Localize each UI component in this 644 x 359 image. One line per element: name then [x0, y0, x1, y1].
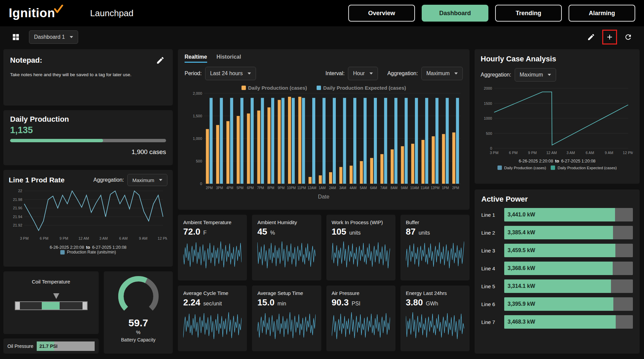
- pencil-icon: [156, 56, 165, 65]
- nav-dashboard-button[interactable]: Dashboard: [422, 5, 488, 22]
- sparkline-chart: [183, 308, 242, 342]
- refresh-button[interactable]: [621, 30, 635, 44]
- annotation-highlight-box: [602, 30, 617, 44]
- aggregation-select[interactable]: Maximum: [421, 67, 463, 80]
- hourly-aggregation-select[interactable]: Maximum: [515, 68, 556, 82]
- legend-item: Daily Production Expected (cases): [551, 166, 617, 170]
- notepad-edit-button[interactable]: [155, 55, 166, 66]
- nav-trending-button[interactable]: Trending: [495, 5, 562, 22]
- svg-text:6PM: 6PM: [247, 186, 254, 190]
- grid-icon: [12, 33, 20, 41]
- coil-cap-left: [15, 302, 20, 309]
- svg-text:21.96: 21.96: [13, 206, 22, 210]
- daily-production-progress-bar: [10, 139, 166, 142]
- line1-prod-rate-card: Line 1 Prod Rate Aggregation: Maximum 22…: [3, 170, 173, 267]
- battery-value: 59.7: [128, 317, 148, 329]
- svg-text:3 AM: 3 AM: [567, 151, 575, 155]
- legend-item: Daily Production Expected (cases): [317, 85, 406, 91]
- sparkline-chart: [406, 238, 464, 271]
- hourly-aggregation-label: Aggregation:: [481, 72, 511, 78]
- line1-aggregation-label: Aggregation:: [93, 177, 124, 183]
- tab-historical[interactable]: Historical: [217, 54, 241, 63]
- svg-text:0: 0: [490, 146, 492, 150]
- right-column: Hourly Case Analysis Aggregation: Maximu…: [475, 49, 640, 354]
- svg-text:4AM: 4AM: [350, 186, 357, 190]
- active-power-bar: 3,395.9 kW: [504, 297, 633, 311]
- active-power-row: Line 2 3,385.4 kW: [481, 226, 633, 239]
- dashboard-toolbar: Dashboard 1: [0, 26, 644, 48]
- dashboard-grid-icon[interactable]: [9, 30, 23, 44]
- svg-text:21.94: 21.94: [13, 215, 22, 219]
- svg-text:11AM: 11AM: [421, 186, 429, 190]
- svg-text:8PM: 8PM: [267, 186, 275, 190]
- kpi-unit: units: [419, 230, 430, 236]
- line1-prod-rate-chart: 2221.9821.9621.9421.923 PM6 PM9 PM12 AM3…: [9, 186, 167, 243]
- svg-text:1,000: 1,000: [193, 137, 202, 141]
- active-power-card: Active Power Line 1 3,441.0 kW Line 2 3,…: [475, 189, 640, 354]
- edit-dashboard-button[interactable]: [584, 30, 598, 44]
- chevron-down-icon: [454, 72, 458, 74]
- active-power-row: Line 7 3,468.3 kW: [481, 315, 633, 329]
- refresh-icon: [624, 33, 632, 41]
- nav-alarming-button[interactable]: Alarming: [569, 5, 635, 22]
- svg-text:7AM: 7AM: [380, 186, 387, 190]
- oil-pressure-bar: 21.7 PSI: [37, 341, 95, 351]
- svg-text:5PM: 5PM: [236, 186, 244, 190]
- daily-production-value: 1,135: [10, 125, 166, 136]
- daily-production-title: Daily Production: [10, 115, 166, 124]
- kpi-card-average-setup-time: Average Setup Time 15.0min: [252, 286, 321, 351]
- interval-label: Interval:: [325, 70, 345, 77]
- svg-text:3 AM: 3 AM: [99, 236, 108, 240]
- ignition-logo: Ignition: [9, 6, 63, 20]
- page-title: Launchpad: [90, 8, 134, 19]
- sparkline-chart: [332, 308, 390, 342]
- sparkline-chart: [257, 238, 316, 271]
- line1-aggregation-value: Maximum: [132, 177, 154, 183]
- svg-text:2PM: 2PM: [206, 186, 213, 190]
- chevron-down-icon: [369, 72, 373, 74]
- kpi-unit: sec/unit: [203, 301, 222, 307]
- legend-item: Production Rate (units/min): [60, 250, 116, 255]
- svg-text:21.92: 21.92: [13, 223, 22, 227]
- svg-text:3PM: 3PM: [216, 186, 223, 190]
- hourly-title: Hourly Case Analysis: [481, 55, 634, 63]
- legend-item: Daily Production (cases): [242, 85, 307, 91]
- period-label: Period:: [185, 70, 202, 77]
- kpi-value: 72.0: [183, 227, 200, 237]
- svg-text:4PM: 4PM: [226, 186, 233, 190]
- active-power-bar: 3,385.4 kW: [504, 226, 633, 239]
- svg-text:5AM: 5AM: [360, 186, 367, 190]
- svg-text:21.98: 21.98: [13, 198, 22, 202]
- active-power-row: Line 3 3,459.5 kW: [481, 244, 633, 257]
- kpi-card-average-cycle-time: Average Cycle Time 2.24sec/unit: [178, 286, 247, 351]
- battery-gauge: [113, 275, 164, 317]
- daily-production-target: 1,900 cases: [10, 148, 166, 156]
- chevron-down-icon: [70, 36, 73, 38]
- kpi-value: 90.3: [332, 297, 349, 308]
- kpi-card-energy-last-24hrs: Energy Last 24hrs 3.80GWh: [400, 286, 470, 351]
- coil-cap-right: [83, 302, 87, 309]
- chart-tabs: Realtime Historical: [185, 54, 463, 63]
- add-widget-button[interactable]: [604, 31, 616, 43]
- aggregation-label: Aggregation:: [387, 70, 418, 77]
- line1-title: Line 1 Prod Rate: [9, 176, 65, 184]
- coil-pointer: [53, 293, 59, 299]
- coil-green-segment: [42, 302, 60, 309]
- active-power-bar: 3,314.1 kW: [504, 279, 633, 293]
- dashboard-select[interactable]: Dashboard 1: [29, 30, 78, 44]
- daily-production-card: Daily Production 1,135 1,900 cases: [3, 110, 173, 165]
- svg-text:1000: 1000: [484, 116, 492, 120]
- battery-caption: Battery Capacity: [121, 337, 156, 342]
- interval-select[interactable]: Hour: [348, 67, 378, 80]
- active-power-bar: 3,368.6 kW: [504, 262, 633, 275]
- daily-production-bar-chart: 05001,0001,5002,0002PM3PM4PM5PM6PM7PM8PM…: [185, 91, 463, 192]
- kpi-card-air-pressure: Air Pressure 90.3PSI: [326, 286, 395, 351]
- active-power-row: Line 1 3,441.0 kW: [481, 208, 633, 221]
- period-select[interactable]: Last 24 hours: [205, 67, 256, 80]
- period-value: Last 24 hours: [210, 70, 243, 77]
- nav-overview-button[interactable]: Overview: [348, 5, 415, 22]
- line1-aggregation-select[interactable]: Maximum: [127, 174, 167, 186]
- tab-realtime[interactable]: Realtime: [185, 54, 207, 63]
- chevron-down-icon: [159, 179, 162, 181]
- svg-text:6 PM: 6 PM: [40, 236, 49, 240]
